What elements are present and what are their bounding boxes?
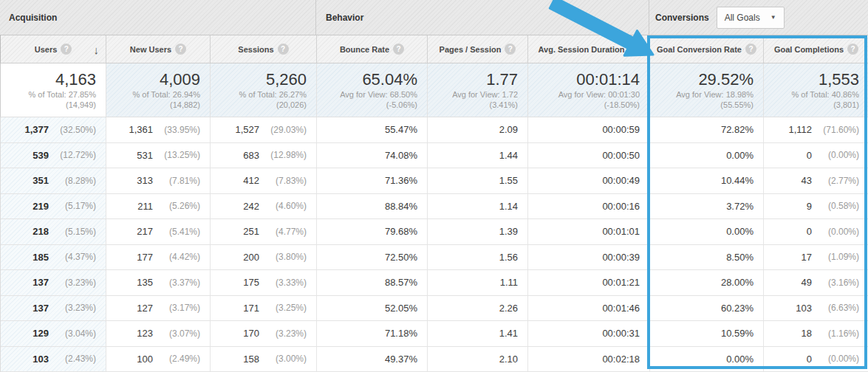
cell-new-users: 211 (5.26%) [106, 194, 210, 219]
all-goals-dropdown[interactable]: All Goals ▼ [717, 7, 785, 29]
column-header-goal-completions[interactable]: Goal Completions ? [763, 35, 868, 63]
summary-subtext: % of Total: 26.27% [215, 89, 307, 100]
all-goals-dropdown-value: All Goals [725, 13, 760, 23]
cell-value: 0.00% [726, 150, 753, 161]
help-icon[interactable]: ? [628, 44, 639, 55]
column-header-pages-session[interactable]: Pages / Session ? [427, 35, 527, 63]
summary-bounce-rate: 65.04% Avg for View: 68.50% (-5.06%) [316, 63, 427, 117]
help-icon[interactable]: ? [393, 44, 404, 55]
cell-users: 219 (5.17%) [1, 194, 106, 219]
column-header-label: Goal Completions [774, 45, 844, 54]
cell-percent: (6.63%) [812, 303, 859, 313]
summary-pages-session: 1.77 Avg for View: 1.72 (3.41%) [427, 63, 527, 117]
cell-sessions: 175 (3.33%) [210, 270, 316, 295]
cell-value: 539 [33, 150, 49, 161]
cell-percent: (71.60%) [812, 125, 859, 135]
column-header-label: Avg. Session Duration [539, 45, 625, 54]
cell-value: 218 [33, 226, 49, 237]
summary-subtext: (-5.06%) [321, 100, 417, 110]
cell-value: 72.82% [721, 124, 753, 135]
cell-goal-completions: 103 (6.63%) [763, 296, 868, 321]
cell-percent: (3.37%) [153, 278, 200, 288]
column-header-goal-conversion-rate[interactable]: Goal Conversion Rate ? [649, 35, 763, 63]
cell-bounce-rate: 71.18% [316, 321, 427, 346]
cell-value: 88.84% [385, 201, 417, 212]
cell-avg-session-duration: 00:00:50 [527, 143, 649, 168]
cell-new-users: 127 (3.17%) [106, 296, 210, 321]
cell-sessions: 412 (7.83%) [210, 168, 316, 193]
cell-value: 0 [807, 226, 812, 237]
cell-value: 0.00% [726, 354, 753, 365]
cell-value: 2.26 [499, 303, 518, 314]
summary-subtext: Avg for View: 00:01:30 [533, 89, 640, 100]
cell-value: 211 [137, 201, 153, 212]
table-row: 351 (8.28%) 313 (7.81%) 412 (7.83%) 71.3… [1, 168, 868, 194]
conversions-group: Conversions All Goals ▼ [649, 0, 868, 35]
cell-value: 72.50% [385, 252, 417, 263]
cell-avg-session-duration: 00:01:21 [527, 270, 649, 295]
cell-percent: (8.28%) [49, 176, 96, 186]
column-header-label: Sessions [238, 45, 273, 54]
cell-users: 185 (4.37%) [1, 245, 106, 270]
sort-descending-icon[interactable]: ↓ [94, 43, 100, 55]
help-icon[interactable]: ? [61, 44, 72, 55]
cell-value: 251 [243, 226, 259, 237]
cell-sessions: 158 (3.00%) [210, 347, 316, 372]
cell-percent: (5.15%) [49, 227, 96, 237]
cell-users: 1,377 (32.50%) [1, 117, 106, 142]
cell-value: 00:00:59 [602, 124, 640, 135]
cell-value: 313 [137, 175, 153, 186]
cell-goal-completions: 17 (1.09%) [763, 245, 868, 270]
cell-pages-session: 1.56 [427, 245, 527, 270]
table-row: 137 (3.23%) 127 (3.17%) 171 (3.25%) 52.0… [1, 296, 868, 322]
summary-subtext: % of Total: 40.86% [768, 89, 859, 100]
cell-value: 127 [137, 303, 153, 314]
cell-value: 1.56 [499, 252, 518, 263]
cell-value: 177 [137, 252, 153, 263]
cell-avg-session-duration: 00:00:49 [527, 168, 649, 193]
cell-percent: (5.26%) [153, 201, 200, 211]
cell-value: 351 [33, 175, 49, 186]
cell-percent: (1.16%) [812, 328, 859, 339]
cell-sessions: 242 (4.60%) [210, 194, 316, 219]
cell-users: 351 (8.28%) [1, 168, 106, 193]
column-header-row: Users ? ↓ New Users ? Sessions ? Bounce … [0, 35, 868, 63]
cell-bounce-rate: 74.08% [316, 143, 427, 168]
column-header-label: Bounce Rate [340, 45, 389, 54]
cell-goal-conversion-rate: 0.00% [649, 219, 763, 244]
cell-sessions: 200 (3.80%) [210, 245, 316, 270]
cell-value: 175 [243, 277, 259, 288]
cell-percent: (1.09%) [812, 252, 859, 262]
summary-subtext: Avg for View: 68.50% [321, 89, 417, 100]
cell-value: 17 [802, 252, 812, 263]
cell-sessions: 1,527 (29.03%) [210, 117, 316, 142]
summary-value: 29.52% [655, 70, 753, 89]
column-header-bounce-rate[interactable]: Bounce Rate ? [316, 35, 427, 63]
behavior-group: Behavior [315, 0, 649, 35]
column-header-users[interactable]: Users ? ↓ [1, 35, 106, 63]
cell-percent: (3.17%) [153, 303, 200, 313]
help-icon[interactable]: ? [847, 44, 858, 55]
cell-goal-completions: 18 (1.16%) [763, 321, 868, 346]
cell-value: 18 [802, 328, 812, 339]
cell-value: 74.08% [385, 150, 417, 161]
help-icon[interactable]: ? [278, 44, 289, 55]
cell-avg-session-duration: 00:00:16 [527, 194, 649, 219]
help-icon[interactable]: ? [745, 44, 756, 55]
cell-value: 531 [137, 150, 153, 161]
cell-value: 129 [33, 328, 49, 339]
cell-percent: (3.33%) [259, 278, 307, 288]
cell-new-users: 313 (7.81%) [106, 168, 210, 193]
table-row: 137 (3.23%) 135 (3.37%) 175 (3.33%) 88.5… [1, 270, 868, 296]
cell-percent: (7.81%) [153, 176, 200, 186]
column-header-sessions[interactable]: Sessions ? [210, 35, 316, 63]
cell-percent: (4.60%) [259, 201, 307, 211]
help-icon[interactable]: ? [505, 44, 516, 55]
help-icon[interactable]: ? [175, 44, 186, 55]
cell-value: 137 [33, 303, 49, 314]
column-header-new-users[interactable]: New Users ? [106, 35, 210, 63]
cell-value: 1.14 [499, 201, 518, 212]
cell-value: 103 [796, 303, 812, 314]
cell-bounce-rate: 71.36% [316, 168, 427, 193]
column-header-avg-session-duration[interactable]: Avg. Session Duration ? [527, 35, 649, 63]
